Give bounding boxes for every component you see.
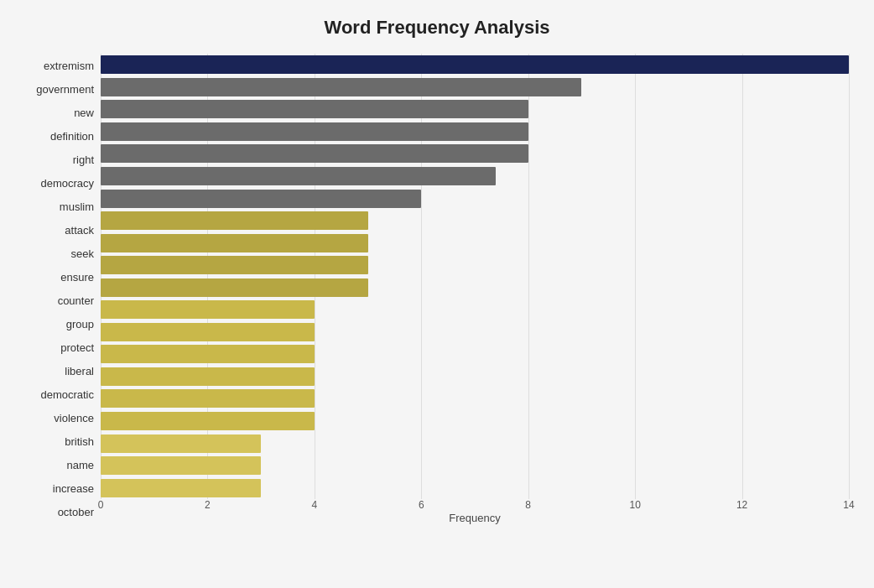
bar: [101, 389, 315, 408]
bar-row: [101, 410, 849, 433]
x-tick: 10: [629, 499, 640, 511]
grid-line: [849, 54, 850, 499]
bar-row: [101, 299, 849, 321]
bar: [101, 479, 261, 497]
y-label: muslim: [60, 201, 94, 212]
y-label: group: [66, 319, 94, 330]
y-label: ensure: [60, 272, 94, 283]
bar: [101, 55, 849, 74]
bar-row: [101, 187, 849, 210]
bar-row: [101, 76, 849, 99]
y-label: violence: [54, 413, 94, 424]
x-axis: 02468101214 Frequency: [101, 499, 849, 524]
bar-row: [101, 121, 849, 143]
bar: [101, 234, 368, 252]
bar: [101, 144, 528, 163]
x-ticks: 02468101214: [101, 499, 849, 510]
y-label: definition: [50, 131, 94, 142]
bar-row: [101, 165, 849, 188]
bar: [101, 412, 315, 430]
x-tick: 14: [843, 499, 854, 511]
bar-row: [101, 210, 849, 232]
x-tick: 8: [525, 499, 531, 511]
bar-row: [101, 476, 849, 499]
bars-wrapper: [101, 54, 849, 499]
y-label: extremism: [44, 60, 94, 71]
y-label: democratic: [40, 389, 94, 400]
bar-row: [101, 98, 849, 121]
plot-area: 02468101214 Frequency: [101, 54, 849, 524]
bar-row: [101, 366, 849, 388]
y-label: right: [73, 154, 94, 165]
y-axis: extremismgovernmentnewdefinitionrightdem…: [25, 54, 101, 524]
y-label: increase: [53, 483, 94, 494]
x-tick: 6: [419, 499, 424, 511]
bar-row: [101, 343, 849, 366]
y-label: counter: [58, 295, 94, 306]
bar-row: [101, 254, 849, 277]
bar: [101, 300, 315, 319]
bar-row: [101, 321, 849, 344]
x-tick: 12: [736, 499, 747, 511]
bar-row: [101, 388, 849, 410]
y-label: new: [74, 107, 94, 118]
bar: [101, 323, 315, 341]
bar: [101, 256, 368, 274]
bar-row: [101, 276, 849, 299]
chart-area: extremismgovernmentnewdefinitionrightdem…: [25, 54, 849, 524]
bar: [101, 211, 368, 230]
bar-row: [101, 232, 849, 254]
bar: [101, 434, 261, 453]
bar: [101, 456, 261, 475]
chart-container: Word Frequency Analysis extremismgovernm…: [0, 0, 874, 588]
x-tick: 0: [98, 499, 104, 511]
y-label: british: [65, 436, 94, 447]
bar: [101, 345, 315, 363]
y-label: october: [58, 507, 94, 518]
y-label: liberal: [65, 366, 94, 377]
x-tick: 4: [312, 499, 318, 511]
bar: [101, 78, 581, 96]
bar: [101, 367, 315, 386]
bar: [101, 100, 528, 118]
y-label: government: [36, 84, 94, 95]
bar-row: [101, 143, 849, 165]
bar: [101, 190, 421, 208]
y-label: democracy: [40, 178, 94, 189]
y-label: name: [66, 460, 94, 471]
y-label: protect: [60, 342, 94, 353]
x-tick: 2: [205, 499, 211, 511]
x-axis-label: Frequency: [101, 512, 849, 524]
bar: [101, 167, 496, 185]
bar-row: [101, 432, 849, 455]
chart-title: Word Frequency Analysis: [25, 17, 849, 39]
bar-row: [101, 455, 849, 477]
bar: [101, 122, 528, 141]
bar: [101, 278, 368, 297]
y-label: seek: [71, 248, 94, 259]
bar-row: [101, 54, 849, 76]
y-label: attack: [65, 225, 94, 236]
